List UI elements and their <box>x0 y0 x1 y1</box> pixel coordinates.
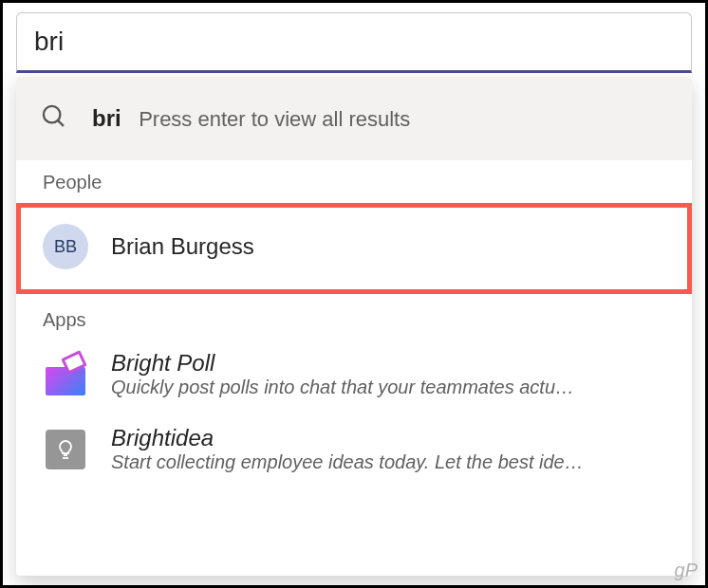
search-dropdown: bri Press enter to view all results Peop… <box>16 77 692 576</box>
hint-query: bri <box>92 105 121 131</box>
app-name: Bright Poll <box>111 350 665 377</box>
app-result-row[interactable]: Bright Poll Quickly post polls into chat… <box>16 337 692 412</box>
search-hint-row[interactable]: bri Press enter to view all results <box>16 77 692 160</box>
result-text: Brightidea Start collecting employee ide… <box>111 425 665 473</box>
brightidea-icon <box>43 427 88 472</box>
result-text: Bright Poll Quickly post polls into chat… <box>111 350 665 398</box>
section-header-apps: Apps <box>16 298 692 337</box>
search-icon <box>41 103 67 134</box>
bright-poll-icon <box>43 352 88 397</box>
watermark: gP <box>675 560 698 581</box>
app-name: Brightidea <box>111 425 665 451</box>
people-result-row[interactable]: BB Brian Burgess <box>16 203 692 294</box>
app-description: Start collecting employee ideas today. L… <box>111 451 665 473</box>
hint-text: Press enter to view all results <box>139 107 410 131</box>
result-text: Brian Burgess <box>111 233 665 260</box>
search-bar[interactable] <box>16 12 692 73</box>
svg-point-0 <box>44 106 60 123</box>
avatar: BB <box>43 224 88 269</box>
person-name: Brian Burgess <box>111 233 665 260</box>
section-header-people: People <box>16 160 692 199</box>
app-description: Quickly post polls into chat that your t… <box>111 377 665 398</box>
svg-line-1 <box>58 120 64 126</box>
app-result-row[interactable]: Brightidea Start collecting employee ide… <box>16 412 692 487</box>
search-input[interactable] <box>34 27 674 57</box>
